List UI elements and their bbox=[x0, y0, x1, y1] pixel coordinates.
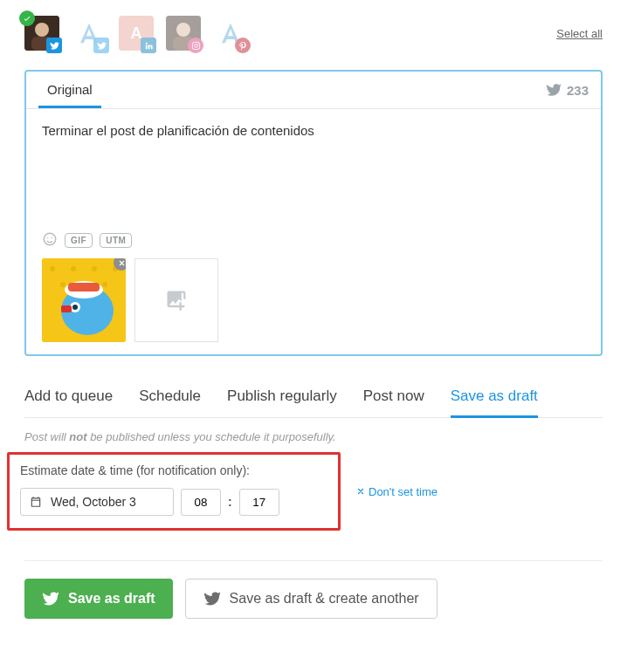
account-a-twitter[interactable] bbox=[72, 16, 107, 51]
instagram-icon bbox=[188, 38, 203, 53]
time-separator: : bbox=[228, 495, 232, 509]
publish-tabs: Add to queue Schedule Publish regularly … bbox=[24, 381, 603, 418]
estimate-label: Estimate date & time (for notification o… bbox=[20, 463, 327, 477]
minute-input[interactable] bbox=[239, 489, 279, 516]
dont-set-time-link[interactable]: Don't set time bbox=[356, 485, 438, 498]
svg-point-10 bbox=[47, 237, 49, 239]
draft-hint: Post will not be published unless you sc… bbox=[24, 430, 603, 443]
datetime-highlight: Estimate date & time (for notification o… bbox=[7, 452, 341, 531]
media-thumbnail[interactable] bbox=[42, 258, 126, 342]
svg-point-19 bbox=[102, 282, 107, 287]
accounts-list: A bbox=[24, 16, 248, 51]
tab-add-to-queue[interactable]: Add to queue bbox=[24, 381, 113, 417]
char-count-value: 233 bbox=[567, 83, 589, 98]
post-textarea[interactable]: Terminar el post de planificación de con… bbox=[42, 123, 585, 228]
twitter-icon bbox=[546, 82, 562, 98]
emoji-icon[interactable] bbox=[42, 231, 58, 250]
save-draft-another-button[interactable]: Save as draft & create another bbox=[185, 579, 438, 619]
svg-point-17 bbox=[60, 282, 65, 287]
svg-point-11 bbox=[52, 237, 53, 239]
account-a-linkedin[interactable]: A bbox=[119, 16, 154, 51]
svg-point-9 bbox=[44, 233, 56, 245]
tab-publish-regularly[interactable]: Publish regularly bbox=[227, 381, 337, 417]
svg-point-13 bbox=[50, 266, 55, 271]
svg-point-8 bbox=[197, 43, 198, 44]
select-all-link[interactable]: Select all bbox=[556, 27, 603, 40]
utm-button[interactable]: UTM bbox=[100, 233, 132, 248]
divider bbox=[24, 560, 603, 561]
date-value: Wed, October 3 bbox=[51, 495, 136, 509]
hour-input[interactable] bbox=[181, 489, 221, 516]
twitter-icon bbox=[93, 38, 109, 53]
calendar-icon bbox=[30, 496, 42, 508]
svg-point-1 bbox=[35, 23, 49, 37]
tab-original[interactable]: Original bbox=[38, 72, 101, 108]
account-avatar-twitter[interactable] bbox=[24, 16, 59, 51]
svg-rect-24 bbox=[68, 283, 100, 291]
twitter-icon bbox=[46, 38, 62, 53]
linkedin-icon bbox=[141, 38, 156, 53]
pinterest-icon bbox=[235, 38, 251, 53]
svg-point-15 bbox=[92, 266, 97, 271]
svg-point-22 bbox=[72, 305, 78, 310]
check-icon bbox=[19, 10, 35, 26]
date-picker[interactable]: Wed, October 3 bbox=[20, 488, 174, 516]
account-avatar-instagram[interactable] bbox=[166, 16, 201, 51]
svg-rect-25 bbox=[61, 305, 72, 312]
gif-button[interactable]: GIF bbox=[65, 233, 93, 248]
composer-panel: Original 233 Terminar el post de planifi… bbox=[24, 70, 603, 356]
twitter-icon bbox=[42, 590, 59, 607]
tab-post-now[interactable]: Post now bbox=[363, 381, 424, 417]
svg-point-14 bbox=[71, 266, 76, 271]
character-count: 233 bbox=[546, 82, 589, 98]
account-a-pinterest[interactable] bbox=[213, 16, 248, 51]
close-icon bbox=[356, 487, 365, 496]
tab-save-as-draft[interactable]: Save as draft bbox=[451, 381, 538, 418]
add-media-button[interactable] bbox=[134, 258, 218, 342]
save-draft-button[interactable]: Save as draft bbox=[24, 579, 173, 619]
svg-point-4 bbox=[176, 23, 190, 37]
twitter-icon bbox=[203, 590, 221, 607]
tab-schedule[interactable]: Schedule bbox=[139, 381, 201, 417]
svg-point-7 bbox=[194, 44, 197, 47]
